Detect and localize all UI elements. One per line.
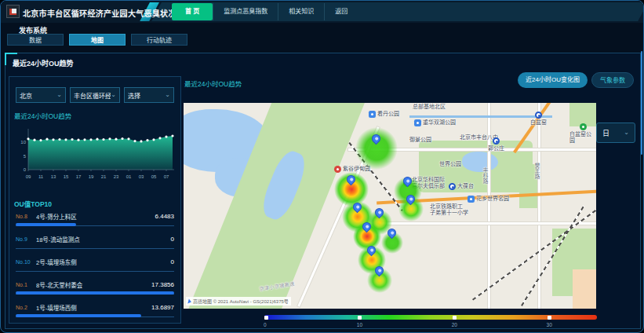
weather-params-button[interactable]: 气象参数: [591, 72, 634, 88]
legend-tick: [453, 316, 457, 320]
legend-tick-label: 30: [547, 322, 552, 328]
bar-fill: [16, 291, 174, 295]
map-label-text: 总部基地北区: [413, 104, 446, 110]
bar-track: [16, 291, 174, 295]
map-section-title: 最近24小时OU趋势: [184, 79, 242, 88]
map-label-text: 白盆窑: [530, 119, 547, 126]
map-label: 重华双湖公园: [414, 119, 456, 126]
legend-tick: [358, 316, 362, 320]
nav-item-knowledge[interactable]: 相关知识: [278, 3, 324, 20]
tab-track[interactable]: 行动轨迹: [131, 34, 187, 46]
ou-top-list: No.84号-筛分上料区6.4483No.918号-流动监测点0No.102号-…: [16, 208, 174, 322]
svg-text:01: 01: [126, 174, 132, 179]
svg-text:15: 15: [64, 174, 69, 179]
site-name: 8号-北天堂村委会: [36, 280, 151, 289]
left-sidebar: 北京 ⌄ 丰台区循环经济产 ⌄ 选择 ⌄ 最近24小时OU趋势 05100911…: [9, 76, 181, 324]
nav-item-back[interactable]: 返回: [324, 3, 358, 20]
map-label-text: 樊羊路: [533, 163, 540, 179]
site-name: 18号-流动监测点: [36, 235, 171, 243]
app-logo-icon: [6, 5, 20, 18]
ou-value: 17.3856: [151, 281, 174, 288]
map-label: 世界公园: [439, 161, 461, 167]
chevron-down-icon: ⌄: [165, 92, 170, 98]
poi-icon: [414, 119, 421, 126]
map-label: 丰科路: [482, 167, 488, 184]
park-select[interactable]: 丰台区循环经济产 ⌄: [70, 87, 120, 103]
rank-label: No.8: [16, 214, 36, 219]
bar-track: [16, 314, 174, 317]
main-panel: 最近24小时OU趋势 北京 ⌄ 丰台区循环经济产 ⌄ 选择 ⌄ 最近24小时OU…: [5, 53, 641, 329]
site-select[interactable]: 选择 ⌄: [124, 87, 174, 103]
map-label: 北京铁路职工 子弟第十一小学: [430, 203, 468, 216]
view-tabs: 数据 地图 行动轨迹: [7, 34, 187, 46]
map-poi-area: [573, 269, 596, 309]
svg-text:09: 09: [26, 174, 31, 179]
ou-value: 0: [171, 258, 174, 265]
map-label: 白盆窑: [530, 112, 547, 126]
map-label-text: 郭公庄: [488, 145, 504, 152]
map-label: 花乡世界名园: [468, 196, 509, 203]
svg-text:17: 17: [76, 174, 82, 179]
ou-rank-row[interactable]: No.84号-筛分上料区6.4483: [16, 208, 174, 231]
site-name: 1号-填埋场西侧: [36, 303, 151, 312]
ou-rank-row[interactable]: No.18号-北天堂村委会17.3856: [16, 276, 174, 299]
bar-track: [16, 223, 174, 226]
svg-text:0: 0: [24, 167, 27, 172]
ou-change-map-button[interactable]: 近24小时OU变化图: [518, 72, 588, 88]
map-road: [380, 222, 596, 225]
rank-label: No.10: [16, 259, 36, 265]
svg-text:5: 5: [24, 154, 27, 159]
bar-track: [16, 246, 174, 249]
tab-map[interactable]: 地图: [69, 34, 126, 46]
ou-rank-row[interactable]: No.21号-填埋场西侧13.6897: [16, 299, 174, 322]
nav-item-odor-index[interactable]: 监测点恶臭指数: [213, 3, 278, 20]
ou-value: 6.4483: [155, 213, 174, 220]
bar-fill: [16, 314, 141, 317]
map-label: 郭公庄: [488, 137, 504, 152]
top-header: 北京市丰台区循环经济产业园大气恶臭状况实时 首 页 监测点恶臭指数 相关知识 返…: [1, 1, 643, 23]
metro-station-icon: [535, 112, 542, 119]
app-window: 北京市丰台区循环经济产业园大气恶臭状况实时 首 页 监测点恶臭指数 相关知识 返…: [0, 0, 644, 333]
metro-station-icon: [493, 137, 500, 145]
ou-rank-row[interactable]: No.918号-流动监测点0: [16, 231, 174, 254]
city-select-value: 北京: [20, 91, 32, 100]
poi-icon: [580, 123, 587, 130]
svg-text:03: 03: [139, 174, 144, 179]
svg-text:07: 07: [164, 174, 169, 179]
poi-icon: [468, 196, 475, 203]
rank-label: No.1: [16, 282, 36, 287]
map-label-text: 看丹公园: [377, 111, 399, 117]
bar-track: [16, 269, 174, 272]
ou-rank-row[interactable]: No.102号-填埋场东侧0: [16, 254, 174, 276]
map-label-text: 丰科路: [482, 167, 488, 184]
map-label-text: 花乡世界名园: [476, 196, 509, 202]
svg-text:21: 21: [101, 174, 107, 179]
site-name: 2号-填埋场东侧: [36, 258, 171, 266]
chevron-down-icon: ⌄: [56, 92, 62, 98]
panel-title: 最近24小时OU趋势: [13, 58, 74, 68]
map-label-text: 重华双湖公园: [423, 119, 456, 126]
site-name: 4号-筛分上料区: [36, 212, 155, 221]
map-toolbar: 近24小时OU变化图 气象参数: [518, 72, 634, 88]
map-canvas[interactable]: 高德地图 © 2021 AutoNavi - GS(2021)6375号 看丹公…: [184, 103, 596, 309]
city-select[interactable]: 北京 ⌄: [16, 87, 66, 103]
scrollbar[interactable]: [641, 51, 642, 155]
time-select-value: 日: [602, 128, 609, 138]
svg-text:10: 10: [20, 140, 26, 145]
ou-value: 13.6897: [151, 304, 174, 311]
poi-icon: [334, 166, 341, 173]
map-label: 白盆窑公园: [569, 123, 596, 144]
legend-tick-label: 0: [264, 322, 267, 328]
svg-text:23: 23: [114, 174, 119, 179]
map-label: 大葆台: [449, 183, 474, 190]
svg-text:11: 11: [38, 174, 44, 179]
filter-row: 北京 ⌄ 丰台区循环经济产 ⌄ 选择 ⌄: [16, 87, 174, 103]
svg-text:19: 19: [89, 174, 94, 179]
tab-data[interactable]: 数据: [7, 34, 64, 46]
site-select-value: 选择: [128, 91, 140, 100]
time-granularity-select[interactable]: 日 ⌄: [596, 123, 635, 143]
map-label: 御景公园: [409, 137, 431, 143]
app-title: 北京市丰台区循环经济产业园大气恶臭状况实时: [23, 7, 192, 19]
nav-item-home[interactable]: 首 页: [172, 3, 213, 20]
legend-tick-label: 20: [452, 322, 457, 328]
